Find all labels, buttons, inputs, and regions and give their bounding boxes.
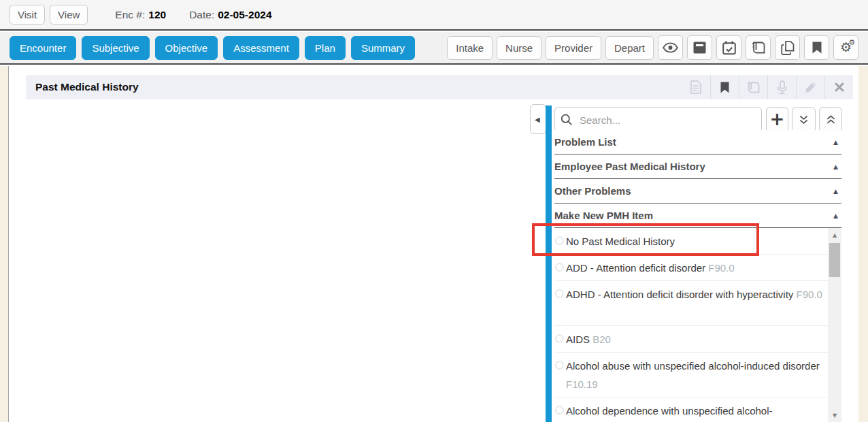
icd-code: F90.0 [708,262,734,274]
expand-all-button[interactable] [819,107,842,133]
collapse-all-button[interactable] [792,107,816,133]
schedule-button[interactable] [716,35,741,60]
pencil-icon [805,81,817,93]
double-chevron-up-icon [826,114,836,125]
caret-up-icon: ▲ [833,163,838,170]
list-scrollbar[interactable]: ▲ ▼ [828,228,841,422]
depart-button[interactable]: Depart [605,36,654,60]
tab-plan[interactable]: Plan [305,36,346,60]
double-chevron-down-icon [799,114,809,125]
tab-subjective[interactable]: Subjective [82,36,149,60]
preview-button[interactable] [658,35,683,60]
accordion-groups: Problem List ▲ Employee Past Medical His… [554,130,841,228]
gears-icon: ⚙ ⚙ [840,41,852,54]
tab-summary[interactable]: Summary [351,36,415,60]
icd-code: B20 [592,334,611,345]
toolbar-right: Intake Nurse Provider Depart [443,35,858,60]
copy-icon [781,41,795,55]
bookmark-icon [720,82,729,93]
caret-up-icon: ▲ [833,212,838,219]
date-value: 02-05-2024 [218,9,271,20]
journal-button[interactable] [746,35,771,60]
copy-button[interactable] [775,35,800,60]
group-label: Make New PMH Item [554,210,653,221]
plus-icon: + [770,110,785,128]
book-icon [746,82,761,93]
archive-button[interactable] [687,35,712,60]
group-make-new-pmh[interactable]: Make New PMH Item ▲ [554,204,841,228]
close-section-button[interactable] [824,75,853,99]
panel-collapse-handle[interactable]: ◀ [530,104,546,134]
caret-up-icon: ▲ [833,188,838,195]
panel-accent-stripe [546,106,552,422]
tab-objective[interactable]: Objective [155,36,218,60]
add-item-button[interactable]: + [766,107,788,133]
intake-button[interactable]: Intake [447,36,493,60]
tab-assessment[interactable]: Assessment [223,36,299,60]
item-label: ADD - Attention deficit disorder [566,262,705,274]
list-item-alcohol-abuse[interactable]: Alcohol abuse with unspecified alcohol-i… [554,353,828,397]
list-item-aids[interactable]: AIDS B20 [554,326,828,353]
bookmark-icon [812,42,822,54]
search-input[interactable] [554,107,762,133]
section-bookmark-button[interactable] [710,75,739,99]
list-item-add[interactable]: ADD - Attention deficit disorder F90.0 [554,255,828,281]
group-problem-list[interactable]: Problem List ▲ [554,130,841,155]
page-edge-left [0,66,9,422]
close-icon [835,82,844,92]
triangle-up-icon: ▲ [833,232,837,238]
microphone-icon [777,80,788,95]
triangle-down-icon: ▼ [833,412,837,419]
scroll-up-button[interactable]: ▲ [828,229,841,240]
item-label: AIDS [566,334,590,345]
list-item-no-pmh[interactable]: No Past Medical History [554,228,828,255]
item-label: ADHD - Attention deficit disorder with h… [566,289,793,300]
edit-button[interactable] [796,75,824,99]
radio-circle [555,289,564,298]
section-header: Past Medical History [26,75,853,99]
pmh-item-list: No Past Medical History ADD - Attention … [554,228,828,422]
page-edge-right [858,66,868,422]
radio-circle [555,334,564,343]
document-icon [690,80,701,94]
bookmark-button[interactable] [804,35,829,60]
archive-box-icon [693,42,706,54]
icd-code: F10.19 [566,378,598,390]
encounter-number: Enc #:120 [115,9,166,21]
encounter-date: Date:02-05-2024 [189,9,271,21]
group-label: Problem List [554,136,616,148]
settings-button[interactable]: ⚙ ⚙ [833,35,858,60]
provider-button[interactable]: Provider [546,36,601,60]
group-employee-pmh[interactable]: Employee Past Medical History ▲ [554,155,841,179]
visit-button[interactable]: Visit [10,5,45,25]
radio-circle [555,361,564,370]
nurse-button[interactable]: Nurse [497,36,541,60]
page-title: Past Medical History [26,81,139,93]
eye-icon [663,42,678,53]
radio-circle [555,263,564,272]
item-label: Alcohol dependence with unspecified alco… [566,405,773,417]
scrollbar-thumb[interactable] [829,243,840,277]
group-other-problems[interactable]: Other Problems ▲ [554,179,841,204]
group-label: Employee Past Medical History [554,161,705,172]
scroll-down-button[interactable]: ▼ [828,410,841,421]
group-label: Other Problems [554,185,631,197]
calendar-check-icon [722,41,736,55]
dictate-button[interactable] [767,75,796,99]
section-icon-bar [682,75,853,99]
section-journal-button[interactable] [739,75,767,99]
date-label: Date: [189,9,214,20]
enc-value: 120 [148,9,166,20]
tab-encounter[interactable]: Encounter [10,36,76,60]
radio-circle [555,406,564,415]
visit-bar: Visit View Enc #:120 Date:02-05-2024 [0,0,868,31]
view-button[interactable]: View [50,5,88,25]
item-label: No Past Medical History [566,236,675,247]
radio-circle [555,236,564,245]
list-item-alcohol-dependence[interactable]: Alcohol dependence with unspecified alco… [554,397,828,422]
list-item-adhd[interactable]: ADHD - Attention deficit disorder with h… [554,281,828,326]
nav-toolbar: Encounter Subjective Objective Assessmen… [0,32,868,65]
emr-app: Visit View Enc #:120 Date:02-05-2024 Enc… [0,0,868,422]
note-button[interactable] [682,75,710,99]
book-icon [751,42,766,54]
